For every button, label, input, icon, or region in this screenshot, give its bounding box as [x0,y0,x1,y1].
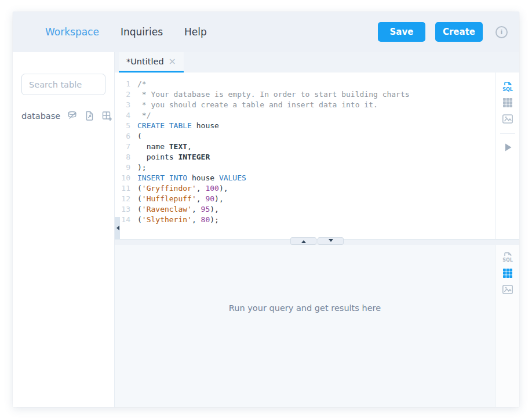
nav-link-inquiries[interactable]: Inquiries [121,26,163,38]
save-button[interactable]: Save [378,22,425,42]
database-icon[interactable] [67,110,78,121]
code-line: 14('Slytherin', 80); [115,215,495,225]
nav-link-workspace[interactable]: Workspace [45,26,99,38]
code-line: 10INSERT INTO house VALUES [115,173,495,183]
collapse-down-button[interactable] [318,237,344,245]
database-label[interactable]: database [21,111,60,121]
main-panel: *Untitled × 1/*2 * Your database is empt… [115,52,519,407]
sql-editor[interactable]: 1/*2 * Your database is empty. In order … [115,73,495,239]
import-file-icon[interactable] [84,110,95,121]
header-actions: Save Create i [378,22,508,42]
toolbar-separator [500,133,515,134]
tab-untitled[interactable]: *Untitled × [119,52,184,73]
code-line: 1/* [115,79,495,89]
code-line: 6( [115,131,495,142]
results-toolbar: SQL [495,245,519,407]
chevron-up-icon [301,238,306,243]
editor-toolbar: SQL [495,73,519,239]
svg-text:SQL: SQL [502,87,513,92]
code-line: 3 * you should create a table and insert… [115,100,495,110]
sql-icon[interactable]: SQL [501,80,514,93]
chart-icon[interactable] [501,113,514,125]
main-nav: WorkspaceInquiriesHelp [45,26,207,38]
chart-icon[interactable] [501,283,514,296]
chevron-left-icon [115,226,119,230]
create-button[interactable]: Create [435,22,483,42]
run-icon[interactable] [501,141,514,154]
code-line: 12('Hufflepuff', 90), [115,194,495,204]
collapse-sidebar-handle[interactable] [115,217,120,239]
app-header: WorkspaceInquiriesHelp Save Create i [13,12,519,52]
code-line: 4 */ [115,110,495,121]
code-line: 2 * Your database is empty. In order to … [115,89,495,100]
code-line: 13('Ravenclaw', 95), [115,204,495,215]
results-placeholder-text: Run your query and get results here [229,303,381,313]
app-window: WorkspaceInquiriesHelp Save Create i dat… [13,12,519,407]
search-input[interactable] [21,74,105,95]
info-icon[interactable]: i [495,26,508,38]
sidebar: database [13,52,115,407]
chevron-down-icon [329,239,333,244]
collapse-up-button[interactable] [290,237,316,245]
tab-bar: *Untitled × [115,52,519,73]
code-line: 7 name TEXT, [115,142,495,152]
code-line: 11('Gryffindor', 100), [115,183,495,194]
code-line: 8 points INTEGER [115,152,495,162]
code-line: 5CREATE TABLE house [115,121,495,131]
panel-divider[interactable] [115,239,519,245]
database-row: database [21,110,105,121]
results-panel: Run your query and get results here [115,245,495,407]
table-icon[interactable] [501,267,514,280]
add-table-icon[interactable] [101,110,112,121]
results-section: Run your query and get results here SQL [115,245,519,407]
code-lines: 1/*2 * Your database is empty. In order … [115,79,495,225]
nav-link-help[interactable]: Help [184,26,207,38]
sql-icon[interactable]: SQL [501,251,514,263]
tab-label: *Untitled [126,57,164,66]
app-body: database [13,52,519,407]
editor-section: 1/*2 * Your database is empty. In order … [115,73,519,239]
svg-text:SQL: SQL [502,258,513,263]
table-icon[interactable] [501,96,514,109]
divider-controls [290,237,344,245]
close-icon[interactable]: × [169,57,176,66]
code-line: 9); [115,162,495,173]
